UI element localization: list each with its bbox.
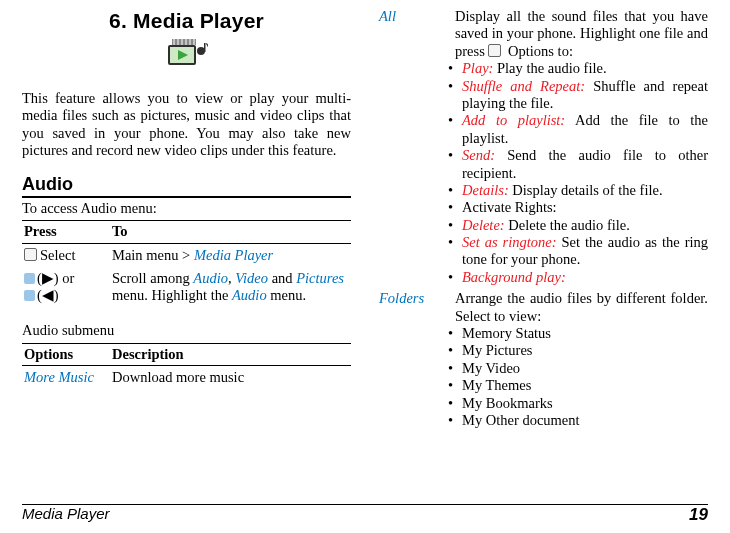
- media-player-icon: [22, 37, 351, 75]
- svg-rect-3: [172, 39, 196, 45]
- table-row: More Music Download more music: [22, 366, 351, 390]
- folders-text: Arrange the audio files by different fol…: [455, 290, 708, 323]
- table-row: Select Main menu > Media Player: [22, 243, 351, 267]
- footer-label: Media Player: [22, 505, 110, 525]
- folder-video: My Video: [462, 360, 520, 376]
- bullet-shuffle: • Shuffle and Repeat: Shuffle and repeat…: [455, 78, 708, 113]
- description-header: Description: [110, 344, 351, 366]
- folders-row: Folders Arrange the audio files by diffe…: [379, 290, 708, 429]
- bullet-activate: • Activate Rights:: [455, 199, 708, 216]
- bullet-play: • Play: Play the audio file.: [455, 60, 708, 77]
- bullet-send: • Send: Send the audio file to other rec…: [455, 147, 708, 182]
- press-cell: Select: [22, 243, 110, 267]
- svg-rect-11: [204, 43, 206, 52]
- svg-point-10: [197, 47, 205, 55]
- folder-item: • My Bookmarks: [455, 395, 708, 412]
- page-number: 19: [689, 505, 708, 525]
- page-footer: Media Player 19: [22, 504, 708, 525]
- play-name: Play:: [462, 60, 493, 76]
- bullet-add-playlist: • Add to playlist: Add the file to the p…: [455, 112, 708, 147]
- nav-left-icon: [24, 290, 35, 301]
- columns: 6. Media Player: [22, 8, 708, 431]
- send-name: Send:: [462, 147, 495, 163]
- ringtone-name: Set as ringtone:: [462, 234, 557, 250]
- details-name: Details:: [462, 182, 509, 198]
- nav-right-icon: [24, 273, 35, 284]
- folder-pictures: My Pictures: [462, 342, 532, 358]
- bullet-delete: • Delete: Delete the audio file.: [455, 217, 708, 234]
- folder-item: • My Other document: [455, 412, 708, 429]
- press-header: Press: [22, 221, 110, 243]
- pictures-link: Pictures: [296, 270, 344, 286]
- folder-item: • Memory Status: [455, 325, 708, 342]
- more-music-desc: Download more music: [110, 366, 351, 390]
- folders-body: Arrange the audio files by different fol…: [455, 290, 708, 429]
- section-title: 6. Media Player: [22, 8, 351, 33]
- folder-memory: Memory Status: [462, 325, 551, 341]
- right-column: All Display all the sound files that you…: [379, 8, 708, 431]
- bgplay-name: Background play:: [462, 269, 566, 285]
- table-header-row: Press To: [22, 221, 351, 243]
- nav-left-label: (◀): [37, 287, 59, 303]
- to-cell: Main menu > Media Player: [110, 243, 351, 267]
- shuffle-name: Shuffle and Repeat:: [462, 78, 585, 94]
- audio-lead: To access Audio menu:: [22, 200, 351, 217]
- and: and: [268, 270, 296, 286]
- left-column: 6. Media Player: [22, 8, 351, 431]
- highlight-text: menu. Highlight the: [112, 287, 232, 303]
- all-body: Display all the sound files that you hav…: [455, 8, 708, 286]
- to-cell: Scroll among Audio, Video and Pictures m…: [110, 267, 351, 308]
- folders-label: Folders: [379, 290, 435, 429]
- send-text: Send the audio file to other recipient.: [462, 147, 708, 180]
- page: 6. Media Player: [0, 0, 730, 533]
- nav-right-label: (▶) or: [37, 270, 74, 286]
- media-player-link: Media Player: [194, 247, 273, 263]
- press-cell: (▶) or (◀): [22, 267, 110, 308]
- delete-name: Delete:: [462, 217, 505, 233]
- video-link: Video: [235, 270, 268, 286]
- audio-submenu-caption: Audio submenu: [22, 322, 351, 339]
- folder-other: My Other document: [462, 412, 580, 428]
- all-label: All: [379, 8, 435, 286]
- bullet-details: • Details: Display details of the file.: [455, 182, 708, 199]
- activate-text: Activate Rights:: [462, 199, 557, 215]
- section-name: Media Player: [133, 9, 264, 32]
- bullet-ringtone: • Set as ringtone: Set the audio as the …: [455, 234, 708, 269]
- audio-link-2: Audio: [232, 287, 267, 303]
- intro-text: This feature allows you to view or play …: [22, 90, 351, 160]
- folder-item: • My Video: [455, 360, 708, 377]
- addpl-name: Add to playlist:: [462, 112, 565, 128]
- table-header-row: Options Description: [22, 344, 351, 366]
- audio-link: Audio: [193, 270, 228, 286]
- scroll-text: Scroll among: [112, 270, 193, 286]
- to-header: To: [110, 221, 351, 243]
- section-number: 6.: [109, 9, 127, 32]
- delete-text: Delete the audio file.: [505, 217, 630, 233]
- select-label: Select: [40, 247, 75, 263]
- access-table: Press To Select Main menu > Media Player…: [22, 220, 351, 308]
- more-music-option: More Music: [22, 366, 110, 390]
- folder-item: • My Themes: [455, 377, 708, 394]
- play-text: Play the audio file.: [493, 60, 606, 76]
- options-header: Options: [22, 344, 110, 366]
- bullet-bgplay: • Background play:: [455, 269, 708, 286]
- details-text: Display details of the file.: [509, 182, 663, 198]
- mainmenu-text: Main menu >: [112, 247, 194, 263]
- submenu-table: Options Description More Music Download …: [22, 343, 351, 390]
- folder-bookmarks: My Bookmarks: [462, 395, 553, 411]
- all-body-tail: Options to:: [504, 43, 572, 59]
- softkey-icon: [488, 44, 501, 57]
- all-row: All Display all the sound files that you…: [379, 8, 708, 286]
- tail: menu.: [267, 287, 306, 303]
- table-row: (▶) or (◀) Scroll among Audio, Video and…: [22, 267, 351, 308]
- softkey-icon: [24, 248, 37, 261]
- audio-heading: Audio: [22, 174, 351, 198]
- folder-item: • My Pictures: [455, 342, 708, 359]
- folder-themes: My Themes: [462, 377, 531, 393]
